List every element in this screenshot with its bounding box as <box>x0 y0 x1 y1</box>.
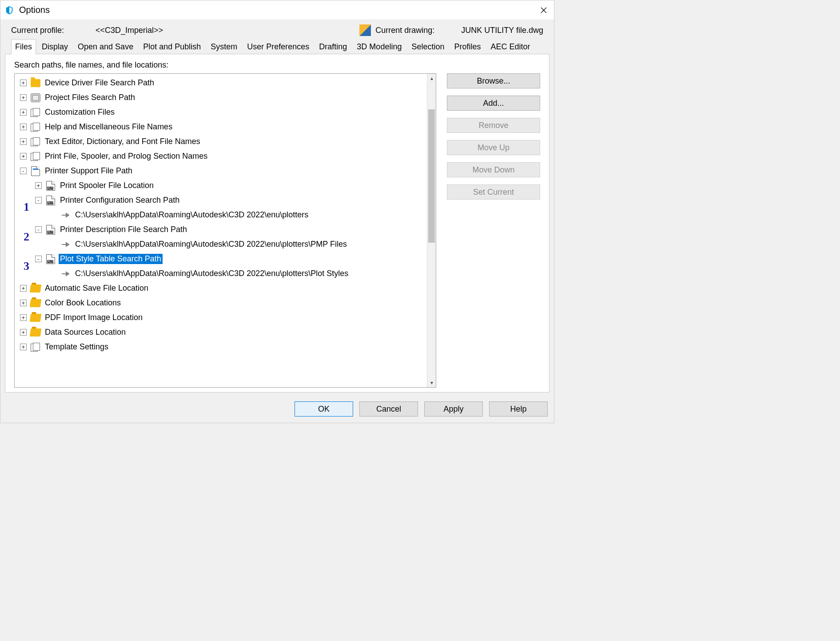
tab-files[interactable]: Files <box>11 39 36 54</box>
drawing-label: Current drawing: <box>375 26 434 35</box>
stack-icon <box>30 122 41 132</box>
tab-display[interactable]: Display <box>38 39 72 54</box>
cancel-button[interactable]: Cancel <box>359 401 418 417</box>
tree-item[interactable]: -Printer Support File Path <box>16 164 427 178</box>
file-plt-icon <box>45 180 56 191</box>
tree-item-label[interactable]: Printer Configuration Search Path <box>59 195 181 205</box>
tree-item[interactable]: +Template Settings <box>16 340 427 354</box>
help-button[interactable]: Help <box>489 401 548 417</box>
expander-icon[interactable]: + <box>20 124 27 130</box>
tree-item[interactable]: +Project Files Search Path <box>16 90 427 105</box>
tab-plot-publish[interactable]: Plot and Publish <box>139 39 205 54</box>
tree-item[interactable]: +Data Sources Location <box>16 325 427 340</box>
tree-item-label[interactable]: Customization Files <box>44 107 116 117</box>
profile-label: Current profile: <box>11 26 96 35</box>
tree-item-label[interactable]: Template Settings <box>44 342 110 352</box>
tab-strip: Files Display Open and Save Plot and Pub… <box>0 39 554 54</box>
tree-item[interactable]: +Help and Miscellaneous File Names <box>16 120 427 134</box>
file-blue-icon <box>30 166 41 176</box>
tab-aec-editor[interactable]: AEC Editor <box>487 39 534 54</box>
tree-item[interactable]: -Printer Configuration Search Path <box>16 193 427 208</box>
tree-item[interactable]: -Plot Style Table Search Path <box>16 252 427 266</box>
tree-item[interactable]: +PDF Import Image Location <box>16 310 427 325</box>
tree-item[interactable]: +Text Editor, Dictionary, and Font File … <box>16 134 427 149</box>
tree-item-label[interactable]: Text Editor, Dictionary, and Font File N… <box>44 136 202 147</box>
expander-icon[interactable]: + <box>20 80 27 86</box>
tree-item[interactable]: +Customization Files <box>16 105 427 120</box>
tree-item[interactable]: C:\Users\aklh\AppData\Roaming\Autodesk\C… <box>16 237 427 252</box>
tree-item-label[interactable]: Project Files Search Path <box>44 92 136 103</box>
app-icon <box>4 5 15 16</box>
move-up-button: Move Up <box>447 140 540 155</box>
tree-item-label[interactable]: Print File, Spooler, and Prolog Section … <box>44 151 209 161</box>
tab-3d-modeling[interactable]: 3D Modeling <box>353 39 406 54</box>
tab-system[interactable]: System <box>207 39 241 54</box>
expander-icon[interactable]: + <box>20 138 27 145</box>
browse-button[interactable]: Browse... <box>447 73 540 88</box>
add-button[interactable]: Add... <box>447 96 540 111</box>
stack-icon <box>30 107 41 118</box>
expander-icon[interactable]: + <box>20 344 27 350</box>
options-dialog: Options Current profile: <<C3D_Imperial>… <box>0 0 554 423</box>
scroll-track[interactable] <box>427 83 436 378</box>
tree-item[interactable]: C:\Users\aklh\AppData\Roaming\Autodesk\C… <box>16 208 427 222</box>
expander-icon[interactable]: + <box>20 285 27 292</box>
scroll-down-arrow[interactable]: ▾ <box>427 378 436 387</box>
close-button[interactable] <box>533 0 554 20</box>
expander-icon[interactable]: + <box>20 94 27 101</box>
expander-icon[interactable]: + <box>20 300 27 306</box>
tree-item-label[interactable]: Color Book Locations <box>44 298 122 308</box>
tree-item-label[interactable]: C:\Users\aklh\AppData\Roaming\Autodesk\C… <box>74 210 310 220</box>
tree-item-label[interactable]: PDF Import Image Location <box>44 312 144 323</box>
tree-item-label[interactable]: C:\Users\aklh\AppData\Roaming\Autodesk\C… <box>74 239 348 249</box>
titlebar: Options <box>0 0 554 20</box>
expander-icon[interactable]: - <box>20 168 27 174</box>
tree-item[interactable]: +Print Spooler File Location <box>16 178 427 193</box>
expander-icon[interactable]: - <box>35 226 42 233</box>
tree-item-label[interactable]: Plot Style Table Search Path <box>59 254 163 264</box>
expander-icon[interactable]: - <box>35 197 42 204</box>
tree-item-label[interactable]: Printer Description File Search Path <box>59 224 188 235</box>
drawing-value: JUNK UTILITY file.dwg <box>461 26 543 35</box>
expander-icon[interactable]: + <box>20 314 27 321</box>
expander-icon[interactable]: + <box>20 329 27 336</box>
tab-profiles[interactable]: Profiles <box>450 39 485 54</box>
tab-drafting[interactable]: Drafting <box>315 39 351 54</box>
tree-item-label[interactable]: Print Spooler File Location <box>59 180 155 191</box>
tree-item[interactable]: +Color Book Locations <box>16 296 427 310</box>
ok-button[interactable]: OK <box>295 401 353 417</box>
tree-item[interactable]: C:\Users\aklh\AppData\Roaming\Autodesk\C… <box>16 266 427 281</box>
arrow-icon <box>60 239 71 250</box>
arrow-icon <box>60 210 71 220</box>
tree-item-label[interactable]: Automatic Save File Location <box>44 283 150 293</box>
expander-icon[interactable]: + <box>20 153 27 160</box>
expander-icon[interactable]: + <box>35 182 42 189</box>
tree-view[interactable]: +Device Driver File Search Path+Project … <box>14 73 436 388</box>
tree-item[interactable]: -Printer Description File Search Path <box>16 222 427 237</box>
tree-item-label[interactable]: Device Driver File Search Path <box>44 78 155 88</box>
remove-button: Remove <box>447 118 540 133</box>
dialog-buttons: OK Cancel Apply Help <box>0 397 554 423</box>
tab-user-prefs[interactable]: User Preferences <box>243 39 313 54</box>
folder-open-icon <box>30 283 41 294</box>
tree-item[interactable]: +Print File, Spooler, and Prolog Section… <box>16 149 427 164</box>
set-current-button: Set Current <box>447 184 540 200</box>
window-title: Options <box>19 5 50 15</box>
expander-icon[interactable]: + <box>20 109 27 116</box>
tab-open-save[interactable]: Open and Save <box>74 39 137 54</box>
scroll-thumb[interactable] <box>428 109 435 243</box>
folder-icon <box>30 78 41 88</box>
scroll-up-arrow[interactable]: ▴ <box>427 74 436 83</box>
tab-body: Search paths, file names, and file locat… <box>5 54 549 393</box>
apply-button[interactable]: Apply <box>424 401 483 417</box>
tree-item-label[interactable]: Data Sources Location <box>44 327 127 337</box>
tree-item[interactable]: +Device Driver File Search Path <box>16 76 427 90</box>
tree-item-label[interactable]: Help and Miscellaneous File Names <box>44 122 174 132</box>
tab-selection[interactable]: Selection <box>407 39 448 54</box>
expander-icon[interactable]: - <box>35 256 42 262</box>
db-icon <box>30 92 41 103</box>
tree-item[interactable]: +Automatic Save File Location <box>16 281 427 296</box>
tree-item-label[interactable]: Printer Support File Path <box>44 166 134 176</box>
vertical-scrollbar[interactable]: ▴ ▾ <box>427 74 436 387</box>
tree-item-label[interactable]: C:\Users\aklh\AppData\Roaming\Autodesk\C… <box>74 268 350 279</box>
